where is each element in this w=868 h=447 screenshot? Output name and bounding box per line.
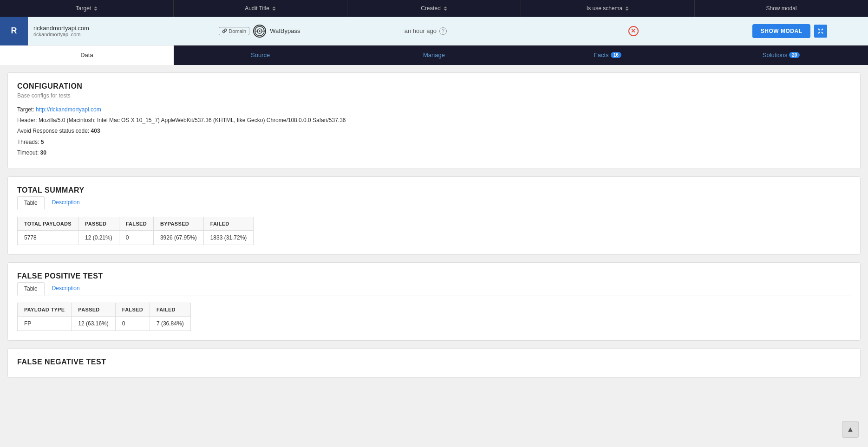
- audit-name: WafBypass: [270, 27, 300, 34]
- config-threads-line: Threads: 5: [17, 138, 851, 147]
- th-falsed: FALSED: [119, 217, 153, 230]
- help-icon[interactable]: ?: [439, 27, 447, 35]
- row-modal: SHOW MODAL: [711, 24, 868, 38]
- tab-data-label: Data: [80, 52, 93, 58]
- header-modal-col: Show modal: [695, 0, 868, 17]
- config-target-line: Target: http://rickandmortyapi.com: [17, 105, 851, 114]
- config-header-line: Header: Mozilla/5.0 (Macintosh; Intel Ma…: [17, 116, 851, 125]
- schema-x-icon: ✕: [628, 26, 639, 36]
- row-target-sub: rickandmortyapi.com: [33, 32, 208, 37]
- false-positive-card: FALSE POSITIVE TEST Table Description PA…: [7, 262, 861, 341]
- td-fp-type: FP: [18, 316, 72, 330]
- header-schema-label: Is use schema: [587, 5, 622, 12]
- tab-facts-label: Facts: [594, 52, 609, 58]
- subtab-table-fp[interactable]: Table: [17, 282, 45, 296]
- tab-source[interactable]: Source: [174, 45, 347, 65]
- schema-sort-icon: [625, 6, 629, 11]
- expand-icon: [817, 28, 824, 34]
- config-header-label: Header:: [17, 117, 37, 123]
- td-falsed: 0: [119, 230, 153, 245]
- svg-point-2: [259, 31, 260, 32]
- row-audit: Domain WafBypass: [213, 25, 398, 38]
- config-target-label: Target:: [17, 106, 34, 113]
- config-target-value[interactable]: http://rickandmortyapi.com: [36, 106, 101, 113]
- show-modal-button[interactable]: SHOW MODAL: [752, 24, 811, 38]
- header-schema-col[interactable]: Is use schema: [521, 0, 695, 17]
- fp-subtabs: Table Description: [17, 282, 851, 296]
- table-row: FP 12 (63.16%) 0 7 (36.84%): [18, 316, 191, 330]
- config-header-value: Mozilla/5.0 (Macintosh; Intel Mac OS X 1…: [39, 117, 346, 123]
- svg-line-7: [822, 29, 823, 30]
- expand-button[interactable]: [814, 25, 827, 38]
- total-summary-table: TOTAL PAYLOADS PASSED FALSED BYPASSED FA…: [17, 217, 254, 245]
- tab-facts[interactable]: Facts 16: [521, 45, 694, 65]
- config-timeout-line: Timeout: 30: [17, 149, 851, 157]
- domain-badge[interactable]: Domain: [219, 27, 249, 35]
- header-target-col[interactable]: Target: [0, 0, 174, 17]
- subtab-description-summary[interactable]: Description: [46, 196, 86, 210]
- td-passed: 12 (0.21%): [78, 230, 119, 245]
- facts-badge: 16: [611, 52, 621, 58]
- tab-manage[interactable]: Manage: [347, 45, 521, 65]
- header-target-label: Target: [76, 5, 91, 12]
- td-fp-falsed: 0: [115, 316, 150, 330]
- configuration-subtitle: Base configs for tests: [17, 92, 851, 99]
- subtab-description-fp[interactable]: Description: [46, 282, 86, 296]
- td-fp-passed: 12 (63.16%): [72, 316, 115, 330]
- top-header: Target Audit Title Created Is use schema…: [0, 0, 868, 17]
- svg-line-5: [818, 29, 820, 30]
- tab-solutions[interactable]: Solutions 20: [694, 45, 868, 65]
- table-row: 5778 12 (0.21%) 0 3926 (67.95%) 1833 (31…: [18, 230, 254, 245]
- tab-source-label: Source: [251, 52, 270, 58]
- subtab-table-summary[interactable]: Table: [17, 196, 45, 210]
- audit-icon: [253, 25, 266, 38]
- svg-line-6: [822, 32, 823, 33]
- total-summary-subtabs: Table Description: [17, 196, 851, 210]
- config-timeout-label: Timeout:: [17, 149, 39, 156]
- header-created-col[interactable]: Created: [347, 0, 521, 17]
- header-audit-label: Audit Title: [245, 5, 269, 12]
- row-schema: ✕: [555, 26, 711, 36]
- th-passed: PASSED: [78, 217, 119, 230]
- th-payload-type: PAYLOAD TYPE: [18, 303, 72, 316]
- tabs-bar: Data Source Manage Facts 16 Solutions 20: [0, 45, 868, 65]
- tab-solutions-label: Solutions: [763, 52, 787, 58]
- row-created-text: an hour ago: [405, 27, 437, 34]
- config-avoid-value: 403: [91, 128, 100, 134]
- tab-data[interactable]: Data: [0, 45, 174, 65]
- avatar: R: [0, 17, 28, 45]
- th-fp-failed: FAILED: [150, 303, 190, 316]
- waf-icon: [254, 26, 265, 37]
- target-sort-icon: [94, 6, 98, 11]
- config-avoid-label: Avoid Response status code:: [17, 128, 89, 134]
- false-negative-title: FALSE NEGATIVE TEST: [17, 358, 851, 366]
- th-total-payloads: TOTAL PAYLOADS: [18, 217, 78, 230]
- th-fp-passed: PASSED: [72, 303, 115, 316]
- fp-table: PAYLOAD TYPE PASSED FALSED FAILED FP 12 …: [17, 303, 191, 331]
- row-target-main: rickandmortyapi.com: [33, 25, 208, 32]
- svg-line-8: [818, 32, 820, 33]
- row-created: an hour ago ?: [399, 27, 555, 35]
- row-target: rickandmortyapi.com rickandmortyapi.com: [28, 25, 213, 37]
- config-avoid-line: Avoid Response status code: 403: [17, 127, 851, 136]
- header-audit-col[interactable]: Audit Title: [174, 0, 347, 17]
- tab-manage-label: Manage: [423, 52, 445, 58]
- domain-badge-label: Domain: [228, 28, 246, 34]
- solutions-badge: 20: [789, 52, 800, 58]
- config-threads-label: Threads:: [17, 139, 39, 145]
- td-failed: 1833 (31.72%): [203, 230, 254, 245]
- total-summary-title: TOTAL SUMMARY: [17, 186, 851, 194]
- td-bypassed: 3926 (67.95%): [153, 230, 203, 245]
- link-icon: [222, 28, 227, 33]
- th-bypassed: BYPASSED: [153, 217, 203, 230]
- configuration-title: CONFIGURATION: [17, 82, 851, 91]
- th-fp-falsed: FALSED: [115, 303, 150, 316]
- header-created-label: Created: [421, 5, 441, 12]
- config-threads-value: 5: [41, 139, 44, 145]
- configuration-card: CONFIGURATION Base configs for tests Tar…: [7, 72, 861, 169]
- false-negative-card: FALSE NEGATIVE TEST: [7, 348, 861, 378]
- td-fp-failed: 7 (36.84%): [150, 316, 190, 330]
- config-timeout-value: 30: [40, 149, 46, 156]
- th-failed: FAILED: [203, 217, 254, 230]
- audit-sort-icon: [272, 6, 276, 11]
